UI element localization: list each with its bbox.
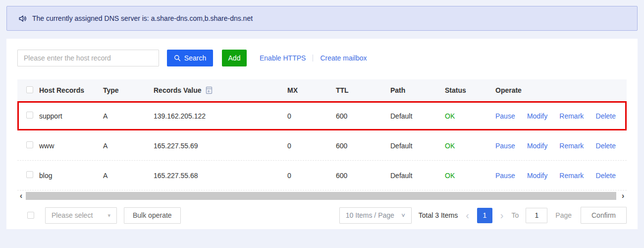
row-checkbox[interactable] (26, 112, 33, 119)
cell-ttl: 600 (336, 142, 390, 150)
page-size-select[interactable]: 10 Items / Page ˅ (339, 207, 412, 224)
delete-link[interactable]: Delete (596, 142, 616, 150)
column-operate: Operate (495, 86, 627, 94)
row-checkbox[interactable] (26, 171, 33, 178)
scroll-right-icon[interactable]: › (619, 191, 627, 200)
cell-records-value: 165.227.55.69 (154, 142, 287, 150)
search-icon (174, 55, 181, 62)
bulk-select-placeholder: Please select (52, 211, 93, 219)
speaker-icon (18, 14, 27, 23)
select-all-checkbox[interactable] (26, 86, 33, 93)
delete-link[interactable]: Delete (596, 172, 616, 180)
next-page-icon[interactable]: › (500, 210, 504, 220)
scrollbar-thumb[interactable] (26, 192, 616, 200)
table-row-blog: blog A 165.227.55.68 0 600 Default OK Pa… (17, 161, 627, 190)
operate-cell: Pause Modify Remark Delete (495, 172, 627, 180)
column-records-value-label: Records Value (154, 86, 202, 94)
toolbar: Search Add Enable HTTPS Create mailbox (17, 50, 627, 66)
scrollbar-track[interactable] (25, 191, 619, 200)
column-path: Path (390, 86, 445, 94)
operate-cell: Pause Modify Remark Delete (495, 112, 627, 120)
cell-path: Default (390, 172, 445, 180)
cell-type: A (103, 112, 154, 120)
chevron-down-icon: ˅ (401, 212, 405, 219)
goto-page-label: Page (555, 211, 572, 219)
cell-host: blog (39, 172, 103, 180)
current-page-button[interactable]: 1 (477, 208, 492, 223)
bulk-operate-button[interactable]: Bulk operate (124, 207, 181, 224)
column-mx: MX (287, 86, 336, 94)
delete-link[interactable]: Delete (596, 112, 616, 120)
add-button[interactable]: Add (222, 50, 247, 66)
pagination: 10 Items / Page ˅ Total 3 Items ‹ 1 › To… (339, 207, 627, 224)
host-record-search-input[interactable] (17, 50, 159, 66)
cell-ttl: 600 (336, 172, 390, 180)
remark-link[interactable]: Remark (559, 112, 584, 120)
status-badge: OK (445, 142, 495, 150)
horizontal-scrollbar: ‹ › (17, 191, 627, 201)
column-host-records: Host Records (39, 86, 103, 94)
records-value-toggle-icon[interactable] (206, 86, 213, 94)
banner-text: The currently assigned DNS server is: a.… (32, 14, 253, 22)
table-row-www: www A 165.227.55.69 0 600 Default OK Pau… (17, 131, 627, 161)
cell-ttl: 600 (336, 112, 390, 120)
goto-page-input[interactable] (526, 208, 547, 223)
pause-link[interactable]: Pause (495, 112, 515, 120)
confirm-button[interactable]: Confirm (581, 207, 627, 224)
cell-host: www (39, 142, 103, 150)
page-size-value: 10 Items / Page (346, 211, 394, 219)
bulk-operate-group: Please select ▾ Bulk operate (17, 207, 181, 224)
chevron-down-icon: ▾ (107, 212, 110, 219)
remark-link[interactable]: Remark (559, 142, 584, 150)
pause-link[interactable]: Pause (495, 172, 515, 180)
row-checkbox[interactable] (26, 141, 33, 148)
dns-server-banner: The currently assigned DNS server is: a.… (6, 6, 638, 31)
goto-to-label: To (512, 211, 519, 219)
operate-cell: Pause Modify Remark Delete (495, 142, 627, 150)
records-panel: Search Add Enable HTTPS Create mailbox H… (6, 39, 638, 229)
column-status: Status (445, 86, 495, 94)
search-button-label: Search (184, 54, 206, 62)
remark-link[interactable]: Remark (559, 172, 584, 180)
column-type: Type (103, 86, 154, 94)
pause-link[interactable]: Pause (495, 142, 515, 150)
bulk-select-checkbox[interactable] (27, 212, 34, 219)
cell-host: support (39, 112, 103, 120)
modify-link[interactable]: Modify (527, 112, 547, 120)
bottom-bar: Please select ▾ Bulk operate 10 Items / … (17, 207, 627, 224)
create-mailbox-link[interactable]: Create mailbox (320, 54, 367, 62)
column-ttl: TTL (336, 86, 390, 94)
search-button[interactable]: Search (167, 50, 213, 66)
cell-mx: 0 (287, 112, 336, 120)
header-checkbox-cell (17, 86, 39, 95)
bulk-action-select[interactable]: Please select ▾ (45, 207, 117, 224)
cell-mx: 0 (287, 142, 336, 150)
cell-records-value: 165.227.55.68 (154, 172, 287, 180)
cell-path: Default (390, 112, 445, 120)
enable-https-link[interactable]: Enable HTTPS (260, 54, 306, 62)
prev-page-icon[interactable]: ‹ (466, 210, 469, 220)
total-items-label: Total 3 Items (419, 211, 458, 219)
modify-link[interactable]: Modify (527, 142, 547, 150)
cell-records-value: 139.162.205.122 (154, 112, 287, 120)
modify-link[interactable]: Modify (527, 172, 547, 180)
scroll-left-icon[interactable]: ‹ (17, 191, 25, 200)
cell-mx: 0 (287, 172, 336, 180)
link-divider (313, 55, 313, 62)
column-records-value: Records Value (154, 86, 287, 94)
status-badge: OK (445, 172, 495, 180)
cell-type: A (103, 142, 154, 150)
status-badge: OK (445, 112, 495, 120)
cell-type: A (103, 172, 154, 180)
table-header: Host Records Type Records Value MX TTL P… (17, 79, 627, 101)
cell-path: Default (390, 142, 445, 150)
table-row-support: support A 139.162.205.122 0 600 Default … (17, 101, 627, 131)
